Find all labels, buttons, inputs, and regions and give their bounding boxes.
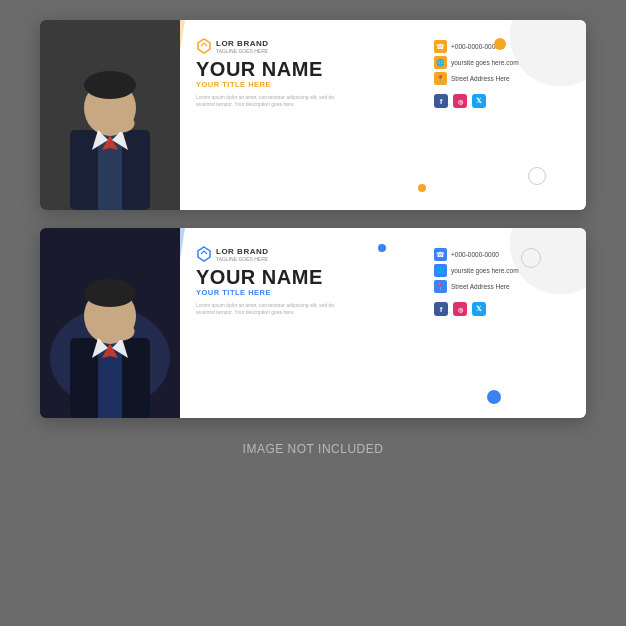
person-name-orange: YOUR NAME xyxy=(196,58,426,80)
right-content-orange: ☎ +000-0000-0000 🌐 yoursite goes here.co… xyxy=(434,32,574,200)
photo-area-orange xyxy=(40,20,180,210)
contact-phone-orange: +000-0000-0000 xyxy=(451,43,499,50)
description-blue: Lorem ipsum dolor sit amet, consectetur … xyxy=(196,302,336,316)
footer-label: IMAGE NOT INCLUDED xyxy=(243,442,384,456)
brand-tagline-orange: TAGLINE GOES HERE xyxy=(216,48,269,54)
twitter-icon-blue[interactable]: 𝕏 xyxy=(472,302,486,316)
deco-dot-1-blue xyxy=(487,390,501,404)
address-icon-orange: 📍 xyxy=(434,72,447,85)
social-row-orange: f ◎ 𝕏 xyxy=(434,94,574,108)
contact-phone-row-blue: ☎ +000-0000-0000 xyxy=(434,248,574,261)
card-blue: LOR BRAND TAGLINE GOES HERE YOUR NAME YO… xyxy=(40,228,586,418)
right-content-blue: ☎ +000-0000-0000 🌐 yoursite goes here.co… xyxy=(434,240,574,408)
photo-area-blue xyxy=(40,228,180,418)
deco-dot-2-orange xyxy=(418,184,426,192)
web-icon-blue: 🌐 xyxy=(434,264,447,277)
contact-web-row-blue: 🌐 yoursite goes here.com xyxy=(434,264,574,277)
deco-dot-1-orange xyxy=(494,38,506,50)
contact-website-blue: yoursite goes here.com xyxy=(451,267,519,274)
person-title-blue: YOUR TITLE HERE xyxy=(196,288,426,297)
brand-area-orange: LOR BRAND TAGLINE GOES HERE xyxy=(196,38,426,54)
card-orange: LOR BRAND TAGLINE GOES HERE YOUR NAME YO… xyxy=(40,20,586,210)
deco-dot-2-blue xyxy=(378,244,386,252)
facebook-icon-blue[interactable]: f xyxy=(434,302,448,316)
address-icon-blue: 📍 xyxy=(434,280,447,293)
contact-address-orange: Street Address Here xyxy=(451,75,510,82)
contact-web-row-orange: 🌐 yoursite goes here.com xyxy=(434,56,574,69)
description-orange: Lorem ipsum dolor sit amet, consectetur … xyxy=(196,94,336,108)
brand-icon-blue xyxy=(196,246,212,262)
contact-address-blue: Street Address Here xyxy=(451,283,510,290)
phone-icon-blue: ☎ xyxy=(434,248,447,261)
brand-name-blue: LOR BRAND xyxy=(216,247,269,256)
brand-tagline-blue: TAGLINE GOES HERE xyxy=(216,256,269,262)
left-content-blue: LOR BRAND TAGLINE GOES HERE YOUR NAME YO… xyxy=(196,240,426,408)
phone-icon-orange: ☎ xyxy=(434,40,447,53)
svg-point-21 xyxy=(84,279,136,307)
contact-phone-blue: +000-0000-0000 xyxy=(451,251,499,258)
svg-point-8 xyxy=(84,71,136,99)
contact-website-orange: yoursite goes here.com xyxy=(451,59,519,66)
twitter-icon-orange[interactable]: 𝕏 xyxy=(472,94,486,108)
deco-circle-orange xyxy=(528,167,546,185)
web-icon-orange: 🌐 xyxy=(434,56,447,69)
contact-address-row-blue: 📍 Street Address Here xyxy=(434,280,574,293)
person-title-orange: YOUR TITLE HERE xyxy=(196,80,426,89)
person-name-blue: YOUR NAME xyxy=(196,266,426,288)
social-row-blue: f ◎ 𝕏 xyxy=(434,302,574,316)
instagram-icon-orange[interactable]: ◎ xyxy=(453,94,467,108)
brand-area-blue: LOR BRAND TAGLINE GOES HERE xyxy=(196,246,426,262)
left-content-orange: LOR BRAND TAGLINE GOES HERE YOUR NAME YO… xyxy=(196,32,426,200)
brand-name-orange: LOR BRAND xyxy=(216,39,269,48)
instagram-icon-blue[interactable]: ◎ xyxy=(453,302,467,316)
page-wrapper: LOR BRAND TAGLINE GOES HERE YOUR NAME YO… xyxy=(0,0,626,626)
card-content-orange: LOR BRAND TAGLINE GOES HERE YOUR NAME YO… xyxy=(188,20,586,210)
brand-icon-orange xyxy=(196,38,212,54)
contact-address-row-orange: 📍 Street Address Here xyxy=(434,72,574,85)
deco-circle-blue xyxy=(521,248,541,268)
facebook-icon-orange[interactable]: f xyxy=(434,94,448,108)
